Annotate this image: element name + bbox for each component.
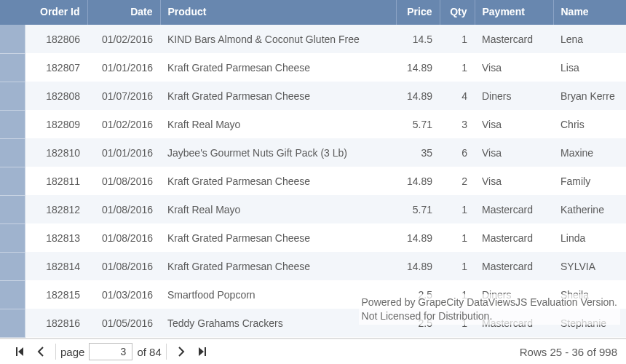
cell-qty: 1 xyxy=(440,223,475,252)
cell-price: 14.89 xyxy=(396,167,440,195)
row-selector-cell[interactable] xyxy=(0,223,25,252)
cell-payment: Diners xyxy=(475,280,553,309)
cell-order-id: 182814 xyxy=(25,252,87,280)
cell-product: Kraft Real Mayo xyxy=(160,110,396,138)
pager-bar: page of 84 Rows 25 - 36 of 998 xyxy=(0,339,626,364)
cell-name: Family xyxy=(553,167,626,195)
page-number-input[interactable] xyxy=(89,343,132,360)
row-selector-cell[interactable] xyxy=(0,110,25,138)
table-row[interactable]: 18281401/08/2016Kraft Grated Parmesan Ch… xyxy=(0,252,626,280)
table-row[interactable]: 18281201/08/2016Kraft Real Mayo5.711Mast… xyxy=(0,195,626,223)
last-page-icon xyxy=(197,347,207,357)
row-selector-cell[interactable] xyxy=(0,252,25,280)
table-row[interactable]: 18281301/08/2016Kraft Grated Parmesan Ch… xyxy=(0,223,626,252)
header-row: Order Id Date Product Price Qty Payment … xyxy=(0,0,626,25)
col-header-name[interactable]: Name xyxy=(553,0,626,25)
cell-name: Stephanie xyxy=(553,309,626,337)
cell-qty: 1 xyxy=(440,195,475,223)
cell-price: 5.71 xyxy=(396,110,440,138)
cell-qty: 6 xyxy=(440,138,475,167)
table-row[interactable]: 18281501/03/2016Smartfood Popcorn2.51Din… xyxy=(0,280,626,309)
cell-price: 14.89 xyxy=(396,53,440,82)
cell-payment: Mastercard xyxy=(475,25,553,53)
cell-order-id: 182816 xyxy=(25,309,87,337)
cell-name: Sheila xyxy=(553,280,626,309)
cell-payment: Visa xyxy=(475,138,553,167)
cell-payment: Diners xyxy=(475,82,553,110)
cell-price: 2.5 xyxy=(396,309,440,337)
cell-order-id: 182808 xyxy=(25,82,87,110)
pager-separator xyxy=(166,344,167,360)
row-selector-cell[interactable] xyxy=(0,309,25,337)
table-row[interactable]: 18280901/02/2016Kraft Real Mayo5.713Visa… xyxy=(0,110,626,138)
table-row[interactable]: 18281101/08/2016Kraft Grated Parmesan Ch… xyxy=(0,167,626,195)
row-selector-cell[interactable] xyxy=(0,82,25,110)
cell-date: 01/02/2016 xyxy=(87,25,160,53)
rows-info-label: Rows 25 - 36 of 998 xyxy=(520,346,617,358)
cell-qty: 4 xyxy=(440,82,475,110)
cell-date: 01/07/2016 xyxy=(87,82,160,110)
chevron-left-icon xyxy=(36,347,45,357)
cell-date: 01/02/2016 xyxy=(87,110,160,138)
chevron-right-icon xyxy=(177,347,186,357)
cell-payment: Visa xyxy=(475,167,553,195)
row-selector-cell[interactable] xyxy=(0,280,25,309)
cell-product: Smartfood Popcorn xyxy=(160,280,396,309)
cell-date: 01/08/2016 xyxy=(87,195,160,223)
cell-order-id: 182809 xyxy=(25,110,87,138)
col-header-order-id[interactable]: Order Id xyxy=(25,0,87,25)
cell-qty: 1 xyxy=(440,280,475,309)
next-page-button[interactable] xyxy=(171,344,191,360)
cell-payment: Mastercard xyxy=(475,195,553,223)
cell-name: Lena xyxy=(553,25,626,53)
orders-table: Order Id Date Product Price Qty Payment … xyxy=(0,0,626,338)
cell-order-id: 182807 xyxy=(25,53,87,82)
cell-payment: Visa xyxy=(475,110,553,138)
cell-date: 01/08/2016 xyxy=(87,223,160,252)
cell-price: 5.71 xyxy=(396,195,440,223)
row-selector-cell[interactable] xyxy=(0,53,25,82)
col-header-qty[interactable]: Qty xyxy=(440,0,475,25)
data-grid[interactable]: Order Id Date Product Price Qty Payment … xyxy=(0,0,626,339)
cell-product: Kraft Grated Parmesan Cheese xyxy=(160,167,396,195)
cell-date: 01/03/2016 xyxy=(87,280,160,309)
table-row[interactable]: 18280701/01/2016Kraft Grated Parmesan Ch… xyxy=(0,53,626,82)
last-page-button[interactable] xyxy=(191,344,213,360)
row-selector-cell[interactable] xyxy=(0,138,25,167)
cell-order-id: 182812 xyxy=(25,195,87,223)
table-row[interactable]: 18280801/07/2016Kraft Grated Parmesan Ch… xyxy=(0,82,626,110)
cell-date: 01/08/2016 xyxy=(87,252,160,280)
col-header-price[interactable]: Price xyxy=(396,0,440,25)
cell-name: Linda xyxy=(553,223,626,252)
cell-qty: 1 xyxy=(440,25,475,53)
cell-product: Kraft Grated Parmesan Cheese xyxy=(160,53,396,82)
col-header-product[interactable]: Product xyxy=(160,0,396,25)
table-row[interactable]: 18281601/05/2016Teddy Grahams Crackers2.… xyxy=(0,309,626,337)
cell-price: 14.89 xyxy=(396,82,440,110)
cell-order-id: 182806 xyxy=(25,25,87,53)
first-page-button[interactable] xyxy=(9,344,31,360)
row-selector-cell[interactable] xyxy=(0,195,25,223)
row-selector-cell[interactable] xyxy=(0,167,25,195)
cell-product: Kraft Grated Parmesan Cheese xyxy=(160,252,396,280)
cell-price: 2.5 xyxy=(396,280,440,309)
row-selector-header[interactable] xyxy=(0,0,25,25)
table-row[interactable]: 18281001/01/2016Jaybee's Gourmet Nuts Gi… xyxy=(0,138,626,167)
cell-payment: Mastercard xyxy=(475,309,553,337)
pager-separator xyxy=(55,344,56,360)
cell-product: Teddy Grahams Crackers xyxy=(160,309,396,337)
col-header-payment[interactable]: Payment xyxy=(475,0,553,25)
prev-page-button[interactable] xyxy=(31,344,51,360)
cell-product: Kraft Grated Parmesan Cheese xyxy=(160,223,396,252)
cell-payment: Mastercard xyxy=(475,223,553,252)
cell-name: Maxine xyxy=(553,138,626,167)
cell-price: 14.89 xyxy=(396,252,440,280)
row-selector-cell[interactable] xyxy=(0,25,25,53)
cell-name: Bryan Kerre xyxy=(553,82,626,110)
col-header-date[interactable]: Date xyxy=(87,0,160,25)
cell-name: Katherine xyxy=(553,195,626,223)
cell-name: SYLVIA xyxy=(553,252,626,280)
table-row[interactable]: 18280601/02/2016KIND Bars Almond & Cocon… xyxy=(0,25,626,53)
cell-qty: 2 xyxy=(440,167,475,195)
cell-order-id: 182815 xyxy=(25,280,87,309)
